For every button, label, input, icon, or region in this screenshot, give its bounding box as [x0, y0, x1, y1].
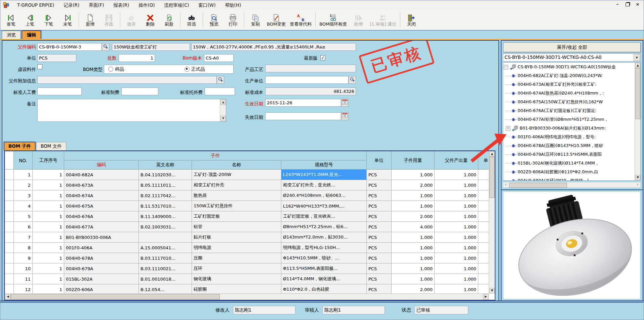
cell-code[interactable]: 004H0-673A — [64, 180, 139, 190]
tree-node[interactable]: 004H0-678A(压圈)(Φ143*H10.5MM，喷砂 — [503, 141, 635, 150]
tree-vertical-scrollbar[interactable]: ▲ ▼ — [635, 63, 640, 180]
bom-version-combo[interactable]: CS-BYB-0-150MW-30D71-WCTKG-A0:CS-A0 ▼ — [503, 54, 641, 62]
cell-parent-qty[interactable]: 1.000 — [435, 211, 478, 222]
cell-parent-qty[interactable]: 1.000 — [435, 201, 478, 211]
cell-extra[interactable] — [478, 243, 489, 253]
col-header-en-name[interactable]: 英文名称 — [139, 161, 192, 170]
col-header-name[interactable]: 名称 — [192, 161, 281, 170]
cell-name[interactable]: 钢化玻璃 — [192, 274, 281, 284]
col-header-seq[interactable]: 工序序号 — [33, 151, 64, 170]
tab-bom-children[interactable]: BOM 子件 — [4, 142, 36, 150]
cell-unit[interactable]: PCS — [367, 243, 392, 253]
menu-item-6[interactable]: 窗口(W) — [194, 0, 220, 10]
toolbar-doc-new-button[interactable]: 新增 — [81, 12, 99, 28]
tree-node[interactable]: 004H0-677A(铝管)(Ø8mm*H51*T2.25mm， — [503, 115, 635, 124]
cell-no[interactable]: 4 — [14, 201, 33, 211]
bom-version-field[interactable]: CS-A0 — [204, 54, 234, 62]
cell-extra[interactable] — [478, 201, 489, 211]
cell-name[interactable]: 散热器 — [192, 190, 281, 201]
parent-code-search-button[interactable] — [102, 43, 109, 51]
tree-node[interactable]: +B01-BYB00330-006A(贴片灯板)(Ø143mm: — [503, 124, 635, 133]
cell-code[interactable]: 004H0-679A — [64, 263, 139, 274]
cell-qty[interactable]: 1.000 — [392, 274, 435, 284]
cell-seq[interactable]: 1 — [33, 232, 64, 243]
scroll-down-icon[interactable]: ▼ — [220, 116, 226, 121]
cell-name[interactable]: 工矿灯固定板 — [192, 211, 281, 222]
tree-node[interactable]: 004H0-673A(相变工矿灯外壳)(相变工矿: — [503, 80, 635, 89]
tree-node[interactable]: 004H0-676A(工矿灯固定板)(工矿灯固定: — [503, 106, 635, 115]
std-outsource-field[interactable] — [205, 87, 235, 95]
cell-code[interactable]: 004H0-675A — [64, 201, 139, 211]
cell-extra[interactable] — [478, 211, 489, 222]
close-icon[interactable]: × — [635, 1, 640, 7]
tree-node[interactable]: 004H0-675A(150W工矿灯悬挂件)(L162*W — [503, 98, 635, 106]
cell-seq[interactable]: 1 — [33, 201, 64, 211]
cell-code[interactable]: B01-BYB00330-006A — [64, 232, 139, 243]
scroll-down-icon[interactable]: ▼ — [489, 288, 495, 293]
collapse-icon[interactable]: − — [504, 65, 508, 69]
cell-qty[interactable]: 1.000 — [392, 253, 435, 263]
cell-name[interactable]: 工矿灯-顶盖-200W — [192, 170, 281, 180]
cell-no[interactable]: 1 — [14, 170, 33, 180]
toolbar-nav-prev-button[interactable]: 上笔 — [21, 12, 39, 28]
row-selector-cell[interactable] — [5, 284, 14, 294]
cell-spec[interactable]: Ø240.4*H108mm，铝6063... — [281, 190, 367, 201]
cell-parent-qty[interactable]: 1.000 — [435, 243, 478, 253]
cell-parent-qty[interactable]: 1.000 — [435, 232, 478, 243]
tree-node[interactable]: 015BL-302A(钢化玻璃)(Ø114*T4.0MM， — [503, 159, 635, 168]
effective-date-field[interactable]: 2015-11-26 — [265, 99, 341, 107]
cell-unit[interactable]: PCS — [367, 253, 392, 263]
cell-name[interactable]: 150W工矿灯悬挂件 — [192, 201, 281, 211]
batch-field[interactable]: 1 — [119, 54, 155, 62]
row-selector-cell[interactable] — [5, 201, 14, 211]
scroll-down-icon[interactable]: ▼ — [635, 175, 640, 180]
std-mfg-field[interactable] — [121, 87, 158, 95]
cell-parent-qty[interactable]: 1.000 — [435, 274, 478, 284]
cell-spec[interactable]: 明纬电源，型号HLG-150H... — [281, 243, 367, 253]
radio-formal[interactable]: 正式品 — [185, 66, 205, 72]
cell-extra[interactable] — [478, 170, 489, 180]
cell-extra[interactable] — [478, 190, 489, 201]
cell-unit[interactable]: PCS — [367, 222, 392, 232]
col-header-no[interactable]: NO. — [14, 151, 33, 170]
cell-code[interactable]: 001F0-406A — [64, 243, 139, 253]
scroll-left-icon[interactable]: ‹ — [504, 183, 508, 187]
cell-spec[interactable]: Φ113.5*H5MM,表面阳极... — [281, 263, 367, 274]
cell-name[interactable]: 明纬电源 — [192, 243, 281, 253]
tab-bom-files[interactable]: BOM 文件 — [36, 142, 66, 150]
cell-extra[interactable] — [478, 284, 489, 294]
cell-seq[interactable]: 1 — [33, 263, 64, 274]
tree-node[interactable]: 002Z0-606A(硅胶圈)(Φ110*Φ2.0mm,白 — [503, 168, 635, 176]
chevron-down-icon[interactable]: ▼ — [634, 54, 640, 61]
col-header-code[interactable]: 编码 — [64, 161, 139, 170]
cell-extra[interactable] — [478, 253, 489, 263]
row-selector-cell[interactable] — [5, 170, 14, 180]
cell-spec[interactable]: L243*W243*T1.0MM.亚光... — [281, 170, 367, 180]
cell-unit[interactable]: PCS — [367, 284, 392, 294]
scroll-up-icon[interactable]: ▲ — [220, 100, 226, 105]
cell-unit[interactable]: PCS — [367, 274, 392, 284]
cell-seq[interactable]: 1 — [33, 253, 64, 263]
cell-name[interactable]: 压环 — [192, 263, 281, 274]
row-selector-cell[interactable] — [5, 253, 14, 263]
cell-extra[interactable] — [478, 263, 489, 274]
scroll-right-icon[interactable]: ▶ — [483, 294, 489, 299]
cell-no[interactable]: 11 — [14, 274, 33, 284]
cell-qty[interactable]: 4.000 — [392, 222, 435, 232]
latest-version-checkbox[interactable]: ✓ — [320, 55, 325, 60]
cell-seq[interactable]: 1 — [33, 243, 64, 253]
tree-node[interactable]: 004H0-674A(散热器)(Ø240.4*H108mm，: — [503, 89, 635, 98]
expand-icon[interactable]: + — [506, 126, 510, 131]
cell-qty[interactable]: 1.000 — [392, 190, 435, 201]
cell-en-name[interactable]: B.01.0010018... — [139, 274, 192, 284]
row-selector-cell[interactable] — [5, 243, 14, 253]
toolbar-preview-button[interactable]: 预览 — [205, 12, 224, 28]
grid-vertical-scrollbar[interactable]: ▲ ▼ — [489, 151, 495, 294]
cell-no[interactable]: 12 — [14, 284, 33, 294]
cell-extra[interactable] — [478, 232, 489, 243]
cell-no[interactable]: 9 — [14, 253, 33, 263]
cell-code[interactable]: 004H0-678A — [64, 253, 139, 263]
menu-item-5[interactable]: 流程审核(C) — [160, 0, 194, 10]
cell-en-name[interactable]: B.02.1117042... — [139, 190, 192, 201]
menu-item-4[interactable]: 操作(O) — [134, 0, 159, 10]
